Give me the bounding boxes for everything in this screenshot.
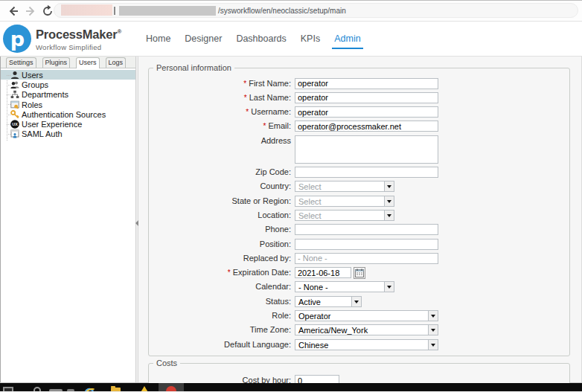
tab-logs[interactable]: Logs [106,57,127,68]
redacted-block-pink [61,4,112,16]
time-zone-label: Time Zone: [149,324,291,335]
first-name-input[interactable] [295,78,438,89]
tree-item-saml-auth[interactable]: SAML Auth [1,129,135,139]
role-label-text: Role: [272,311,291,320]
location-select-value: Select [298,211,322,221]
username-label: *Username: [149,106,291,118]
position-row: Position: [149,239,569,250]
tree-item-authentication-sources[interactable]: Authentication Sources [1,109,135,119]
app-header: p ProcessMaker® Workflow Simplified Home… [0,22,582,57]
tree-item-departments[interactable]: Departments [1,90,135,100]
content-area: SettingsPluginsUsersLogs UsersGroupsDepa… [0,57,582,383]
sidebar: SettingsPluginsUsersLogs UsersGroupsDepa… [0,57,135,382]
nav-item-dashboards[interactable]: Dashboards [236,33,286,44]
nav-item-kpis[interactable]: KPIs [301,33,320,44]
location-select[interactable]: Select [295,210,394,221]
country-label: Country: [149,181,291,192]
position-label: Position: [149,239,291,250]
dropdown-arrow-icon[interactable] [428,325,438,335]
default-language-select[interactable]: Chinese [295,339,438,350]
user-icon [10,71,19,80]
dropdown-arrow-icon[interactable] [428,311,438,321]
country-select-value: Select [298,181,322,192]
time-zone-select[interactable]: America/New_York [295,324,438,335]
required-asterisk: * [243,80,246,88]
nav-item-home[interactable]: Home [146,33,170,44]
time-zone-label-text: Time Zone: [250,325,291,334]
location-row: Location:Select [149,210,569,221]
address-label: Address [149,135,291,147]
phone-label-text: Phone: [265,225,291,234]
tab-settings[interactable]: Settings [6,57,36,68]
expiration-date-input[interactable] [295,267,351,278]
time-zone-select-value: America/New_York [298,325,368,335]
processmaker-logo-icon: p [3,25,31,53]
dropdown-arrow-icon[interactable] [384,211,394,220]
email-label-text: Email: [268,121,291,130]
tree-item-roles[interactable]: Roles [1,100,135,109]
first-name-label: *First Name: [149,78,291,89]
replaced-by-label: Replaced by: [149,253,291,264]
zip-code-input[interactable] [295,167,438,178]
tree-item-users[interactable]: Users [1,70,135,80]
key-icon [10,110,19,119]
back-icon[interactable] [7,4,20,18]
status-label: Status: [149,296,291,307]
default-language-label-text: Default Language: [224,340,291,349]
tree-item-label: User Experience [22,120,82,129]
status-select[interactable]: Active [295,296,362,307]
tab-plugins[interactable]: Plugins [42,57,71,68]
main-panel: Personal information *First Name:*Last N… [138,57,582,382]
taskbar [0,383,582,391]
calendar-select[interactable]: - None - [295,281,394,292]
state-or-region-select[interactable]: Select [295,196,394,207]
default-language-select-value: Chinese [298,340,328,350]
taskbar-record-tile[interactable] [159,383,184,391]
phone-input[interactable] [295,224,438,235]
calendar-button[interactable] [354,267,365,279]
position-input[interactable] [295,239,438,250]
tree-item-label: Groups [22,80,48,89]
dropdown-arrow-icon[interactable] [384,181,394,191]
status-row: Status:Active [149,296,569,307]
state-or-region-row: State or Region:Select [149,196,569,207]
browser-toolbar: /sysworkflow/en/neoclassic/setup/main [0,1,582,22]
url-path: /sysworkflow/en/neoclassic/setup/main [218,4,346,17]
phone-row: Phone: [149,224,569,235]
address-textarea[interactable] [295,135,438,164]
registered-mark: ® [118,28,122,35]
email-label: *Email: [149,121,291,132]
personal-information-fieldset: Personal information *First Name:*Last N… [148,68,570,356]
brand-name: ProcessMaker® [36,28,121,42]
forward-icon[interactable] [24,4,37,18]
username-input[interactable] [295,106,438,118]
required-asterisk: * [244,94,247,102]
role-select[interactable]: Operator [295,310,438,321]
url-separator [114,7,115,15]
tab-users[interactable]: Users [76,57,100,68]
required-asterisk: * [228,269,231,277]
state-or-region-select-value: Select [298,196,322,207]
address-bar[interactable]: /sysworkflow/en/neoclassic/setup/main [54,3,578,18]
tree-item-user-experience[interactable]: UXUser Experience [1,119,135,129]
required-asterisk: * [246,108,249,116]
replaced-by-input[interactable] [295,253,438,264]
group-icon [10,80,19,89]
dropdown-arrow-icon[interactable] [384,282,394,292]
state-or-region-label: State or Region: [149,196,291,207]
nav-item-admin[interactable]: Admin [334,33,360,44]
country-select[interactable]: Select [295,181,394,192]
address-label-text: Address [261,136,291,145]
last-name-input[interactable] [295,92,438,103]
tree-item-label: SAML Auth [22,129,63,138]
expiration-date-wrap [295,267,365,279]
ux-icon: UX [10,120,19,129]
reload-icon[interactable] [41,4,54,18]
dropdown-arrow-icon[interactable] [384,196,394,206]
email-input[interactable] [295,121,438,132]
dropdown-arrow-icon[interactable] [428,340,438,350]
position-label-text: Position: [260,240,291,248]
dropdown-arrow-icon[interactable] [351,297,361,306]
nav-item-designer[interactable]: Designer [185,33,222,44]
tree-item-groups[interactable]: Groups [1,80,135,89]
